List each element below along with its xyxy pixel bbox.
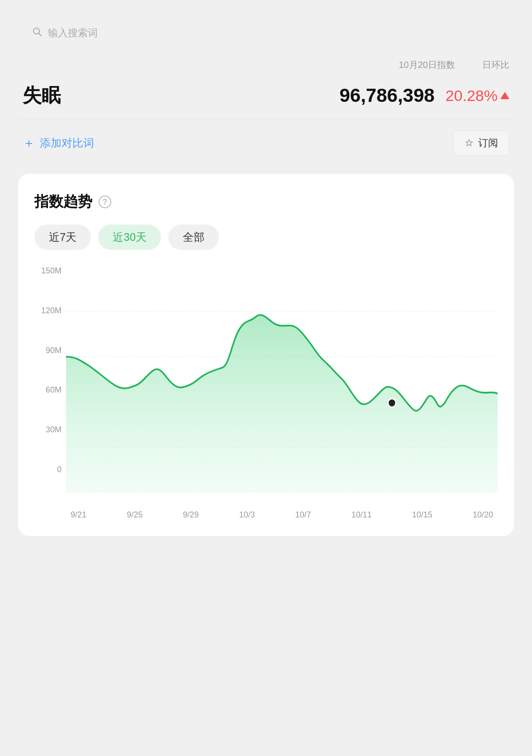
subscribe-button[interactable]: ☆ 订阅 (453, 130, 509, 156)
keyword-row: 失眠 96,786,398 20.28% (18, 78, 514, 120)
keyword-stats: 96,786,398 20.28% (339, 85, 509, 106)
y-label-120m: 120M (34, 306, 62, 316)
trend-card: 指数趋势 ? 近7天 近30天 全部 150M 120M 90M 60M 30M… (18, 174, 514, 536)
tab-all[interactable]: 全部 (168, 225, 219, 250)
tab-7days[interactable]: 近7天 (34, 225, 91, 250)
help-icon[interactable]: ? (99, 196, 111, 208)
star-icon: ☆ (465, 137, 474, 149)
search-icon (32, 26, 43, 40)
x-label-925: 9/25 (127, 510, 142, 520)
keyword-value: 96,786,398 (339, 85, 434, 106)
chart-svg (66, 266, 498, 493)
y-label-30m: 30M (34, 425, 62, 435)
card-title-row: 指数趋势 ? (34, 192, 498, 212)
card-title: 指数趋势 (34, 192, 92, 212)
svg-line-1 (39, 33, 42, 36)
x-label-103: 10/3 (239, 510, 255, 520)
period-tabs: 近7天 近30天 全部 (34, 225, 498, 250)
add-compare-button[interactable]: ＋ 添加对比词 (23, 134, 94, 152)
x-label-929: 9/29 (183, 510, 199, 520)
stats-header: 10月20日指数 日环比 (18, 59, 514, 71)
y-label-150m: 150M (34, 266, 62, 276)
x-label-1011: 10/11 (352, 510, 372, 520)
add-compare-label: 添加对比词 (40, 136, 94, 150)
keyword-change: 20.28% (446, 87, 509, 105)
plus-icon: ＋ (23, 134, 35, 152)
y-label-0: 0 (34, 465, 62, 474)
y-label-60m: 60M (34, 385, 62, 395)
chart-data-dot (388, 399, 396, 407)
tab-30days[interactable]: 近30天 (98, 225, 161, 250)
x-label-1020: 10/20 (473, 510, 493, 520)
y-label-90m: 90M (34, 346, 62, 355)
x-label-107: 10/7 (295, 510, 311, 520)
search-input-placeholder: 输入搜索词 (48, 26, 98, 40)
keyword-name: 失眠 (23, 83, 61, 108)
trend-up-icon (500, 92, 509, 99)
search-bar[interactable]: 输入搜索词 (18, 18, 514, 48)
actions-row: ＋ 添加对比词 ☆ 订阅 (18, 130, 514, 156)
subscribe-label: 订阅 (478, 136, 498, 150)
x-axis-labels: 9/21 9/25 9/29 10/3 10/7 10/11 10/15 10/… (66, 510, 498, 520)
y-axis-labels: 150M 120M 90M 60M 30M 0 (34, 266, 62, 474)
chart-inner (66, 266, 498, 493)
compare-label: 日环比 (482, 59, 509, 71)
x-label-921: 9/21 (71, 510, 86, 520)
x-label-1015: 10/15 (412, 510, 432, 520)
chart-area: 150M 120M 90M 60M 30M 0 (34, 266, 498, 520)
date-label: 10月20日指数 (399, 59, 456, 71)
